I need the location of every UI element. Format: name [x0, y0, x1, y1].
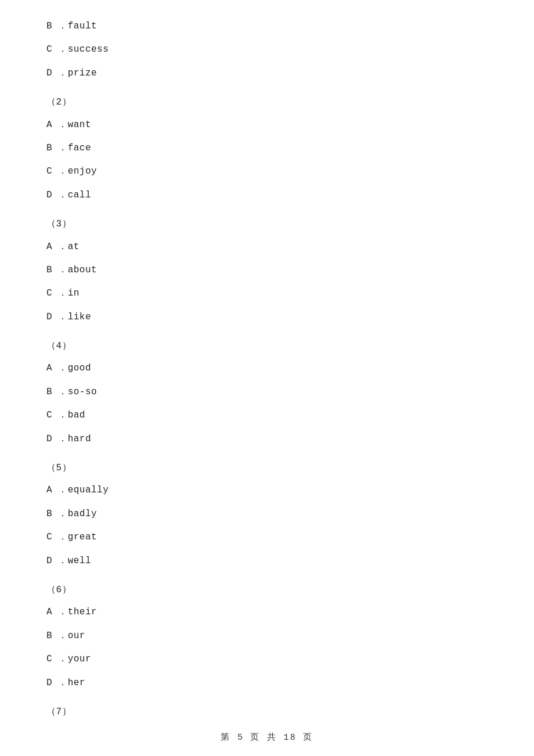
- q2-option-a: A ．want: [46, 116, 488, 134]
- question-2-number: （2）: [46, 93, 488, 111]
- question-5-number: （5）: [46, 459, 488, 477]
- q6-option-c: C ．your: [46, 650, 488, 668]
- q6-option-a: A ．their: [46, 603, 488, 621]
- option-d-prize: D ．prize: [46, 64, 488, 82]
- question-4-number: （4）: [46, 337, 488, 355]
- q3-option-c: C ．in: [46, 285, 488, 302]
- question-3-number: （3）: [46, 215, 488, 233]
- q6-option-b: B ．our: [46, 627, 488, 645]
- q4-option-a: A ．good: [46, 359, 488, 377]
- q5-option-d: D ．well: [46, 552, 488, 570]
- q5-option-b: B ．badly: [46, 505, 488, 523]
- option-c-success: C ．success: [46, 41, 488, 58]
- question-6-number: （6）: [46, 581, 488, 599]
- q2-option-d: D ．call: [46, 186, 488, 204]
- q2-option-c: C ．enjoy: [46, 163, 488, 180]
- q5-option-a: A ．equally: [46, 481, 488, 499]
- q4-option-b: B ．so-so: [46, 383, 488, 401]
- q3-option-a: A ．at: [46, 238, 488, 255]
- q2-option-b: B ．face: [46, 139, 488, 157]
- option-b-fault: B ．fault: [46, 17, 488, 35]
- q4-option-c: C ．bad: [46, 406, 488, 424]
- page-number-text: 第 5 页 共 18 页: [221, 733, 313, 743]
- page-content: B ．fault C ．success D ．prize （2） A ．want…: [0, 0, 534, 756]
- q6-option-d: D ．her: [46, 674, 488, 692]
- q5-option-c: C ．great: [46, 528, 488, 546]
- page-footer: 第 5 页 共 18 页: [0, 732, 534, 743]
- q4-option-d: D ．hard: [46, 430, 488, 448]
- q3-option-b: B ．about: [46, 261, 488, 279]
- question-7-number: （7）: [46, 703, 488, 721]
- q3-option-d: D ．like: [46, 308, 488, 326]
